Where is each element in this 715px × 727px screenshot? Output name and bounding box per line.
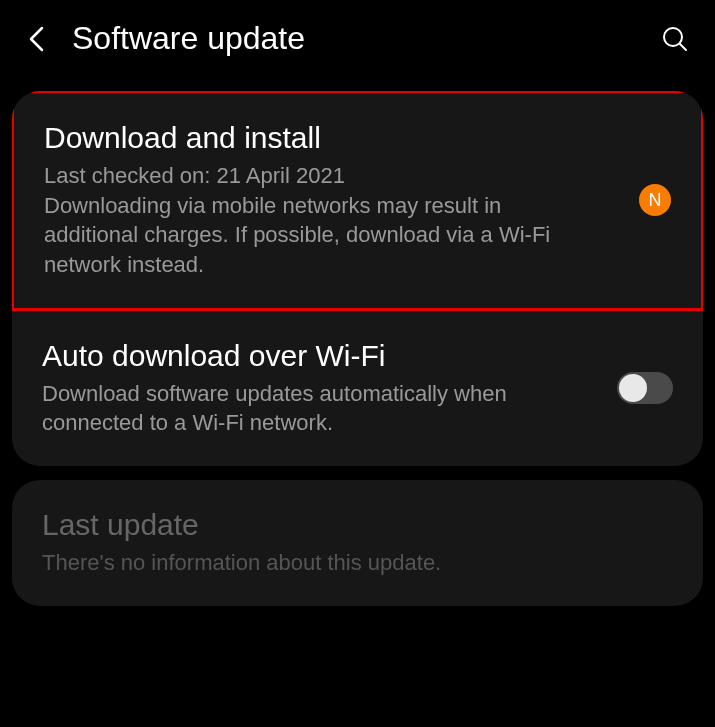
last-update-title: Last update bbox=[42, 508, 673, 542]
notification-badge: N bbox=[639, 184, 671, 216]
auto-download-title: Auto download over Wi-Fi bbox=[42, 339, 673, 373]
back-icon[interactable] bbox=[24, 27, 48, 51]
header: Software update bbox=[0, 0, 715, 77]
auto-download-toggle[interactable] bbox=[617, 372, 673, 404]
last-update-card: Last update There's no information about… bbox=[12, 480, 703, 606]
auto-download-desc: Download software updates automatically … bbox=[42, 379, 673, 438]
last-update-item[interactable]: Last update There's no information about… bbox=[12, 480, 703, 606]
download-install-desc: Last checked on: 21 April 2021 Downloadi… bbox=[44, 161, 671, 280]
last-update-desc: There's no information about this update… bbox=[42, 548, 673, 578]
auto-download-item[interactable]: Auto download over Wi-Fi Download softwa… bbox=[12, 311, 703, 466]
header-left: Software update bbox=[24, 20, 305, 57]
download-install-title: Download and install bbox=[44, 121, 671, 155]
page-title: Software update bbox=[72, 20, 305, 57]
settings-card: Download and install Last checked on: 21… bbox=[12, 91, 703, 466]
toggle-knob bbox=[619, 374, 647, 402]
search-icon[interactable] bbox=[659, 23, 691, 55]
download-install-item[interactable]: Download and install Last checked on: 21… bbox=[12, 91, 703, 311]
